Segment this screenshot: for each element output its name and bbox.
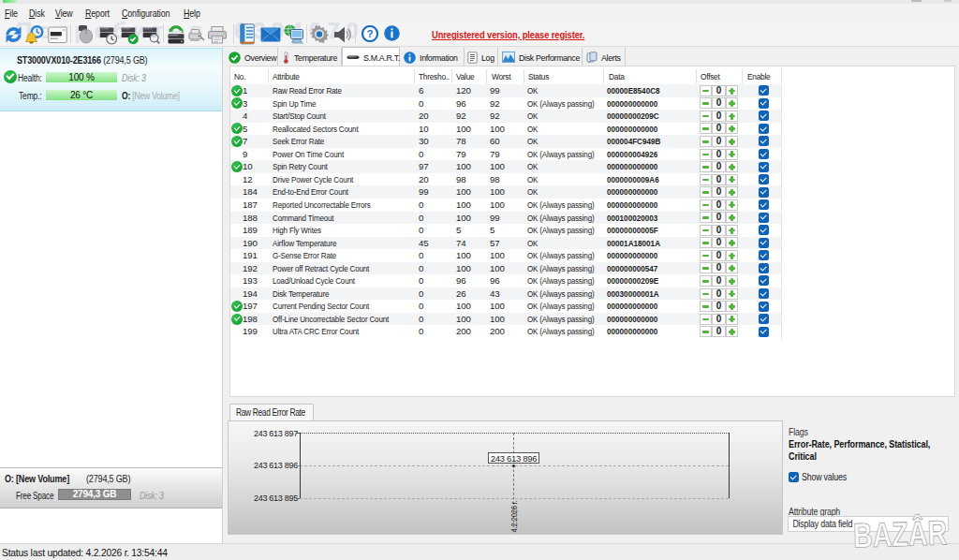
svg-text:?: ? (367, 28, 374, 39)
svg-text:BAZÂR: BAZÂR (852, 512, 947, 554)
